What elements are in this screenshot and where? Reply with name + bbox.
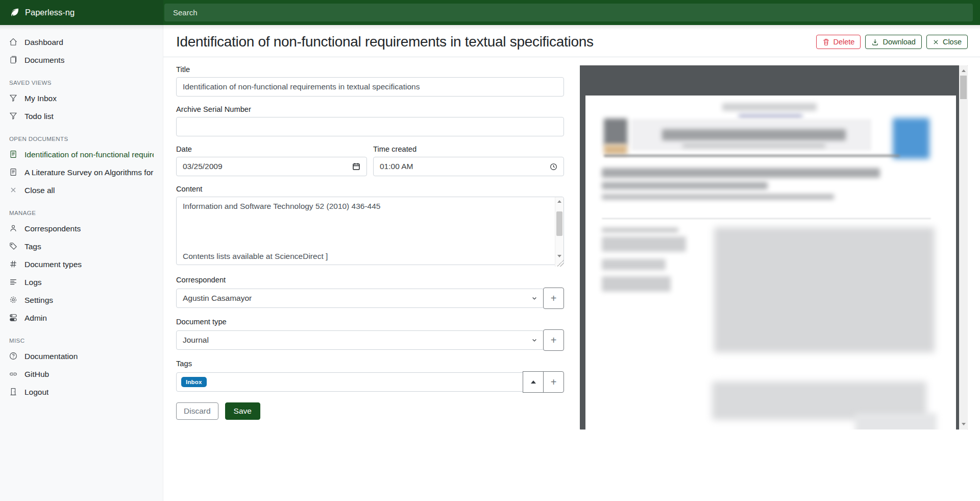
trash-icon bbox=[822, 38, 830, 46]
brand[interactable]: Paperless-ng bbox=[0, 0, 163, 25]
document-type-select[interactable]: Journal bbox=[176, 330, 544, 350]
page-title: Identification of non-functional require… bbox=[176, 34, 594, 50]
content-textarea[interactable] bbox=[176, 197, 564, 265]
sidebar-heading-misc: MISC bbox=[0, 327, 163, 347]
document-header: Identification of non-functional require… bbox=[163, 25, 980, 57]
question-circle-icon bbox=[9, 352, 18, 361]
sidebar-item-dashboard[interactable]: Dashboard bbox=[0, 33, 163, 51]
correspondent-select[interactable]: Agustin Casamayor bbox=[176, 289, 544, 308]
tag-badge-inbox[interactable]: Inbox bbox=[181, 377, 207, 387]
correspondent-label: Correspondent bbox=[176, 276, 564, 284]
pdf-page bbox=[585, 96, 956, 430]
title-label: Title bbox=[176, 65, 564, 74]
sidebar-item-documents[interactable]: Documents bbox=[0, 51, 163, 69]
gear-icon bbox=[9, 296, 18, 304]
sidebar-item-my-inbox[interactable]: My Inbox bbox=[0, 89, 163, 107]
chevron-down-icon bbox=[531, 295, 537, 301]
scroll-down-arrow-icon[interactable] bbox=[557, 255, 561, 257]
sidebar-item-correspondents[interactable]: Correspondents bbox=[0, 220, 163, 237]
sidebar-item-settings[interactable]: Settings bbox=[0, 291, 163, 309]
clock-icon[interactable] bbox=[550, 163, 557, 171]
person-icon bbox=[9, 224, 18, 233]
door-icon bbox=[9, 388, 18, 396]
add-tag-button[interactable]: + bbox=[543, 371, 564, 393]
caret-up-icon bbox=[531, 380, 536, 384]
hash-icon bbox=[9, 260, 18, 269]
asn-label: Archive Serial Number bbox=[176, 105, 564, 113]
top-header: Paperless-ng bbox=[0, 0, 980, 25]
file-text-icon bbox=[9, 168, 18, 177]
close-button[interactable]: Close bbox=[926, 35, 968, 49]
asn-input[interactable] bbox=[176, 117, 564, 136]
sidebar-heading-open-documents: OPEN DOCUMENTS bbox=[0, 125, 163, 146]
leaf-logo-icon bbox=[9, 7, 20, 18]
scroll-up-arrow-icon[interactable] bbox=[557, 200, 561, 203]
add-document-type-button[interactable]: + bbox=[543, 329, 564, 351]
scrollbar-thumb[interactable] bbox=[960, 76, 967, 99]
document-actions: Delete Download Close bbox=[816, 35, 968, 49]
document-edit-form: Title Archive Serial Number Date 03/25/2… bbox=[176, 65, 564, 501]
title-input[interactable] bbox=[176, 77, 564, 97]
chevron-down-icon bbox=[531, 337, 537, 343]
tags-label: Tags bbox=[176, 360, 564, 368]
link-icon bbox=[9, 370, 18, 378]
close-icon bbox=[933, 39, 939, 45]
file-text-icon bbox=[9, 150, 18, 159]
content-scrollbar[interactable] bbox=[555, 197, 564, 267]
resize-grip[interactable] bbox=[557, 260, 564, 267]
date-input[interactable]: 03/25/2009 bbox=[176, 157, 367, 176]
scroll-up-arrow-icon[interactable] bbox=[962, 69, 966, 72]
sidebar-heading-manage: MANAGE bbox=[0, 199, 163, 220]
download-button[interactable]: Download bbox=[865, 35, 922, 49]
pdf-scrollbar[interactable] bbox=[959, 65, 968, 430]
sidebar-item-tags[interactable]: Tags bbox=[0, 237, 163, 255]
discard-button[interactable]: Discard bbox=[176, 402, 218, 420]
main-content: Identification of non-functional require… bbox=[163, 25, 980, 501]
sidebar-item-todo-list[interactable]: Todo list bbox=[0, 107, 163, 125]
collapse-tags-button[interactable] bbox=[523, 371, 544, 393]
sidebar-heading-saved-views: SAVED VIEWS bbox=[0, 69, 163, 89]
document-type-label: Document type bbox=[176, 318, 564, 326]
sidebar-item-logout[interactable]: Logout bbox=[0, 383, 163, 401]
sidebar-item-close-all[interactable]: Close all bbox=[0, 181, 163, 199]
save-button[interactable]: Save bbox=[225, 402, 260, 420]
calendar-icon[interactable] bbox=[352, 162, 360, 171]
list-icon bbox=[9, 278, 18, 287]
tags-input[interactable]: Inbox bbox=[176, 372, 523, 392]
search-area bbox=[163, 0, 980, 25]
sidebar-item-document-types[interactable]: Document types bbox=[0, 255, 163, 273]
content-label: Content bbox=[176, 185, 564, 193]
pdf-viewer bbox=[580, 65, 968, 430]
brand-name: Paperless-ng bbox=[25, 8, 75, 17]
download-icon bbox=[871, 38, 879, 46]
time-label: Time created bbox=[373, 145, 564, 153]
scrollbar-thumb[interactable] bbox=[556, 211, 562, 236]
sidebar-item-logs[interactable]: Logs bbox=[0, 273, 163, 291]
files-icon bbox=[9, 56, 18, 64]
toggles-icon bbox=[9, 314, 18, 322]
time-input[interactable]: 01:00 AM bbox=[373, 157, 564, 176]
funnel-icon bbox=[9, 94, 18, 103]
sidebar-item-github[interactable]: GitHub bbox=[0, 365, 163, 383]
add-correspondent-button[interactable]: + bbox=[543, 288, 564, 309]
pdf-toolbar bbox=[580, 65, 959, 94]
sidebar-item-admin[interactable]: Admin bbox=[0, 309, 163, 327]
scroll-down-arrow-icon[interactable] bbox=[962, 423, 966, 425]
sidebar: Dashboard Documents SAVED VIEWS My Inbox bbox=[0, 25, 163, 501]
x-icon bbox=[9, 186, 18, 195]
search-input[interactable] bbox=[164, 4, 973, 21]
tag-icon bbox=[9, 242, 18, 251]
delete-button[interactable]: Delete bbox=[816, 35, 861, 49]
sidebar-item-documentation[interactable]: Documentation bbox=[0, 347, 163, 365]
funnel-icon bbox=[9, 112, 18, 121]
sidebar-item-open-doc-2[interactable]: A Literature Survey on Algorithms for Mu… bbox=[0, 163, 163, 181]
sidebar-item-open-doc-1[interactable]: Identification of non-functional require… bbox=[0, 146, 163, 163]
date-label: Date bbox=[176, 145, 367, 153]
house-icon bbox=[9, 38, 18, 46]
pdf-preview-panel bbox=[580, 65, 968, 501]
